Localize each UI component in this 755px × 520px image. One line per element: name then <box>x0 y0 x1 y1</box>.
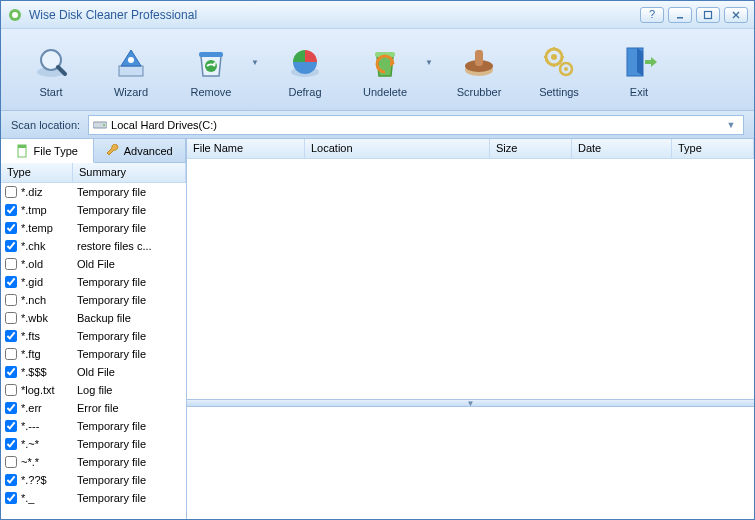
col-filename-header[interactable]: File Name <box>187 139 305 158</box>
file-type-checkbox[interactable] <box>5 492 17 504</box>
toolbar-remove-label: Remove <box>191 86 232 98</box>
file-type-row[interactable]: *.errError file <box>1 399 186 417</box>
file-type-row[interactable]: *.gidTemporary file <box>1 273 186 291</box>
file-type-row[interactable]: *.tmpTemporary file <box>1 201 186 219</box>
toolbar-defrag-button[interactable]: Defrag <box>265 36 345 104</box>
file-type-row[interactable]: *.dizTemporary file <box>1 183 186 201</box>
file-type-checkbox[interactable] <box>5 204 17 216</box>
file-type-summary: Log file <box>77 384 182 396</box>
file-type-row[interactable]: *.~*Temporary file <box>1 435 186 453</box>
file-type-pattern: *.diz <box>21 186 73 198</box>
file-type-row[interactable]: *.---Temporary file <box>1 417 186 435</box>
file-type-pattern: *._ <box>21 492 73 504</box>
chevron-down-icon: ▼ <box>723 120 739 130</box>
help-button[interactable]: ? <box>640 7 664 23</box>
toolbar-start-button[interactable]: Start <box>11 36 91 104</box>
toolbar-settings-button[interactable]: Settings <box>519 36 599 104</box>
app-window: Wise Disk Cleaner Professional ? StartWi… <box>0 0 755 520</box>
file-type-row[interactable]: *.chkrestore files c... <box>1 237 186 255</box>
file-type-row[interactable]: *.??$Temporary file <box>1 471 186 489</box>
file-type-checkbox[interactable] <box>5 240 17 252</box>
file-type-row[interactable]: *.$$$Old File <box>1 363 186 381</box>
col-date-header[interactable]: Date <box>572 139 672 158</box>
file-type-pattern: *.old <box>21 258 73 270</box>
file-type-pattern: *.wbk <box>21 312 73 324</box>
col-location-header[interactable]: Location <box>305 139 490 158</box>
wizard-icon <box>111 42 151 82</box>
tab-file-type[interactable]: File Type <box>1 139 94 163</box>
file-type-checkbox[interactable] <box>5 366 17 378</box>
file-type-summary: restore files c... <box>77 240 182 252</box>
file-type-row[interactable]: *.ftgTemporary file <box>1 345 186 363</box>
file-type-row[interactable]: ~*.*Temporary file <box>1 453 186 471</box>
undelete-icon <box>365 42 405 82</box>
svg-rect-4 <box>705 11 712 18</box>
file-type-checkbox[interactable] <box>5 186 17 198</box>
file-type-checkbox[interactable] <box>5 348 17 360</box>
toolbar-scrubber-button[interactable]: Scrubber <box>439 36 519 104</box>
col-type-header[interactable]: Type <box>1 163 73 182</box>
file-type-row[interactable]: *log.txtLog file <box>1 381 186 399</box>
file-type-checkbox[interactable] <box>5 222 17 234</box>
left-panel: File Type Advanced Type Summary *.dizTem… <box>1 139 187 519</box>
tab-advanced-label: Advanced <box>124 145 173 157</box>
svg-point-20 <box>564 67 568 71</box>
file-type-checkbox[interactable] <box>5 276 17 288</box>
file-type-checkbox[interactable] <box>5 312 17 324</box>
file-type-list[interactable]: *.dizTemporary file*.tmpTemporary file*.… <box>1 183 186 519</box>
file-type-row[interactable]: *.tempTemporary file <box>1 219 186 237</box>
file-type-checkbox[interactable] <box>5 474 17 486</box>
col-size-header[interactable]: Size <box>490 139 572 158</box>
file-type-checkbox[interactable] <box>5 420 17 432</box>
toolbar-remove-button[interactable]: Remove▼ <box>171 36 251 104</box>
toolbar-start-label: Start <box>39 86 62 98</box>
toolbar-wizard-button[interactable]: Wizard <box>91 36 171 104</box>
file-type-checkbox[interactable] <box>5 258 17 270</box>
col-type-header[interactable]: Type <box>672 139 754 158</box>
left-column-header: Type Summary <box>1 163 186 183</box>
scan-location-combo[interactable]: Local Hard Drives(C:) ▼ <box>88 115 744 135</box>
splitter-grip-icon: ▼ <box>467 399 475 408</box>
file-type-pattern: *.chk <box>21 240 73 252</box>
col-summary-header[interactable]: Summary <box>73 163 186 182</box>
toolbar-exit-button[interactable]: Exit <box>599 36 679 104</box>
left-tabs: File Type Advanced <box>1 139 186 163</box>
file-type-summary: Temporary file <box>77 474 182 486</box>
toolbar-exit-label: Exit <box>630 86 648 98</box>
file-type-row[interactable]: *.wbkBackup file <box>1 309 186 327</box>
svg-rect-29 <box>18 145 26 148</box>
file-type-checkbox[interactable] <box>5 384 17 396</box>
file-type-row[interactable]: *._Temporary file <box>1 489 186 507</box>
file-type-checkbox[interactable] <box>5 294 17 306</box>
file-type-pattern: *.temp <box>21 222 73 234</box>
scan-location-label: Scan location: <box>11 119 80 131</box>
file-type-checkbox[interactable] <box>5 330 17 342</box>
minimize-button[interactable] <box>668 7 692 23</box>
file-type-row[interactable]: *.nchTemporary file <box>1 291 186 309</box>
chevron-down-icon[interactable]: ▼ <box>425 58 433 67</box>
close-button[interactable] <box>724 7 748 23</box>
horizontal-splitter[interactable]: ▼ <box>187 399 754 407</box>
file-type-summary: Temporary file <box>77 330 182 342</box>
results-area: ▼ <box>187 159 754 519</box>
toolbar-undelete-button[interactable]: Undelete▼ <box>345 36 425 104</box>
file-type-checkbox[interactable] <box>5 402 17 414</box>
file-type-row[interactable]: *.oldOld File <box>1 255 186 273</box>
file-type-pattern: ~*.* <box>21 456 73 468</box>
file-type-pattern: *.tmp <box>21 204 73 216</box>
file-type-summary: Old File <box>77 366 182 378</box>
toolbar-defrag-label: Defrag <box>288 86 321 98</box>
svg-rect-3 <box>677 17 683 19</box>
chevron-down-icon[interactable]: ▼ <box>251 58 259 67</box>
drive-icon <box>93 120 107 130</box>
tab-file-type-label: File Type <box>34 145 78 157</box>
scan-location-value: Local Hard Drives(C:) <box>111 119 723 131</box>
svg-point-18 <box>551 54 557 60</box>
file-type-checkbox[interactable] <box>5 456 17 468</box>
svg-point-11 <box>205 60 217 72</box>
maximize-button[interactable] <box>696 7 720 23</box>
tab-advanced[interactable]: Advanced <box>94 139 187 162</box>
file-type-row[interactable]: *.ftsTemporary file <box>1 327 186 345</box>
file-type-checkbox[interactable] <box>5 438 17 450</box>
svg-rect-8 <box>119 66 143 76</box>
